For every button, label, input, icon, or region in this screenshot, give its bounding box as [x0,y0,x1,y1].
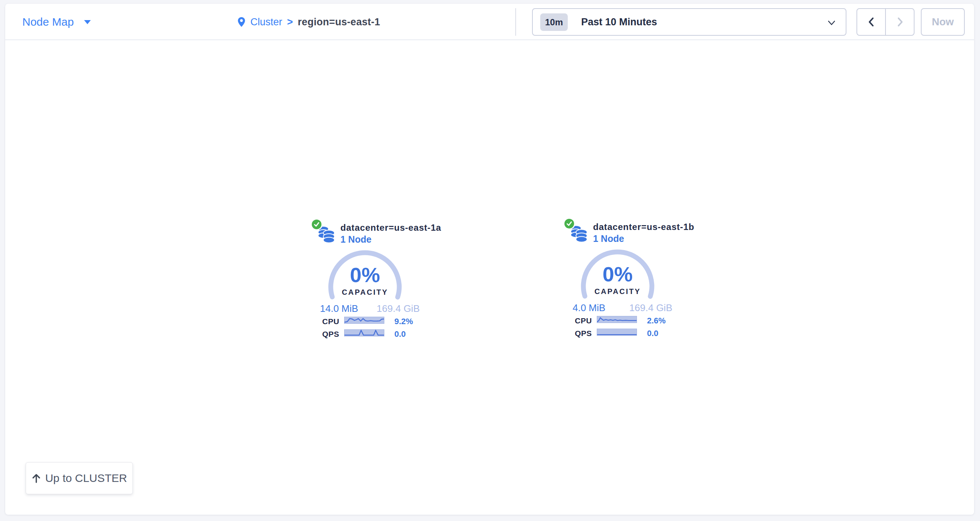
capacity-percent: 0% [581,262,655,286]
view-selector-dropdown[interactable]: Node Map [22,4,91,40]
node-map-panel: Node Map Cluster > region=us-east-1 10m … [5,4,974,515]
metric-label: QPS [575,329,592,338]
capacity-total: 169.4 GiB [377,303,420,314]
caret-down-icon [84,20,91,24]
cpu-sparkline [597,316,637,323]
metric-label: CPU [575,316,592,325]
time-next-button[interactable] [886,9,914,35]
capacity-percent: 0% [328,263,402,287]
view-selector-label: Node Map [22,16,74,28]
breadcrumb: Cluster > region=us-east-1 [237,4,380,40]
qps-sparkline [597,328,637,336]
metric-row-cpu: CPU 9.2% [322,317,415,324]
metric-value: 2.6% [647,316,666,326]
time-nav-group [856,8,915,36]
chevron-down-icon [827,19,836,27]
capacity-label: CAPACITY [581,287,655,296]
datacenter-card-us-east-1a[interactable]: datacenter=us-east-1a 1 Node 0% CAPACITY… [312,218,420,342]
metric-row-qps: QPS 0.0 [575,328,668,336]
capacity-label: CAPACITY [328,288,402,296]
qps-sparkline [344,329,384,336]
metric-row-cpu: CPU 2.6% [575,316,668,323]
now-button[interactable]: Now [921,8,965,36]
metric-value: 9.2% [395,317,413,327]
metric-label: CPU [322,317,339,326]
chevron-left-icon [867,16,876,27]
datacenter-node-count: 1 Node [593,233,624,244]
capacity-total: 169.4 GiB [629,302,672,314]
up-to-cluster-button[interactable]: Up to CLUSTER [25,462,133,494]
capacity-values: 4.0 MiB 169.4 GiB [565,302,673,314]
datacenter-name: datacenter=us-east-1a [340,223,441,233]
capacity-gauge: 0% CAPACITY [581,249,655,300]
time-window-dropdown[interactable]: 10m Past 10 Minutes [532,8,846,36]
metric-value: 0.0 [647,328,659,338]
map-pin-icon [237,17,245,27]
check-circle-icon [312,220,321,229]
capacity-values: 14.0 MiB 169.4 GiB [312,303,420,314]
arrow-up-icon [31,473,41,483]
datacenter-card-us-east-1b[interactable]: datacenter=us-east-1b 1 Node 0% CAPACITY… [565,217,673,341]
cpu-sparkline [344,317,384,324]
datacenter-name: datacenter=us-east-1b [593,222,694,232]
datacenter-node-count: 1 Node [340,234,371,245]
chevron-right-icon [895,16,905,27]
time-prev-button[interactable] [857,9,886,35]
breadcrumb-separator: > [287,16,293,28]
header-bar: Node Map Cluster > region=us-east-1 10m … [5,4,974,40]
metric-label: QPS [322,330,339,339]
metric-value: 0.0 [395,329,406,339]
check-circle-icon [565,219,574,228]
header-divider [515,8,516,36]
time-window-badge: 10m [540,13,568,31]
metric-row-qps: QPS 0.0 [322,329,415,337]
time-window-label: Past 10 Minutes [581,16,657,28]
capacity-gauge: 0% CAPACITY [328,250,402,301]
capacity-used: 14.0 MiB [320,303,358,314]
breadcrumb-current-region: region=us-east-1 [298,16,380,28]
up-to-cluster-label: Up to CLUSTER [45,472,127,484]
breadcrumb-link-cluster[interactable]: Cluster [250,16,282,28]
capacity-used: 4.0 MiB [573,302,605,314]
